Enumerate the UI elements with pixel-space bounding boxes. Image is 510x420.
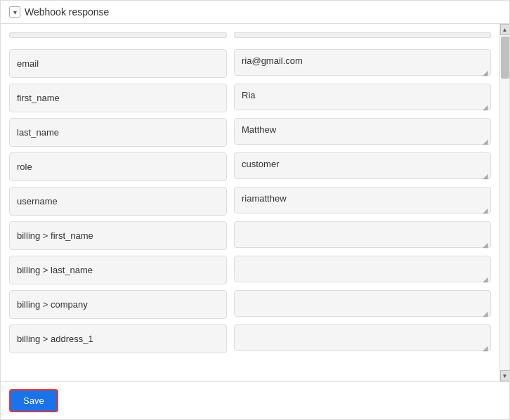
scrollbar-down-button[interactable]: ▼ xyxy=(500,370,510,381)
resize-handle-4[interactable]: ◢ xyxy=(483,207,490,214)
field-value-input-5[interactable] xyxy=(234,221,491,248)
field-key-last-name: last_name xyxy=(9,118,227,147)
field-value-input-7[interactable] xyxy=(234,290,491,317)
field-key-billing---first-name: billing > first_name xyxy=(9,221,227,250)
resize-handle-3[interactable]: ◢ xyxy=(483,173,490,180)
field-value-input-2[interactable] xyxy=(234,118,491,145)
field-value-wrapper-0: ◢ xyxy=(234,49,491,78)
scrollbar: ▲ ▼ xyxy=(499,24,509,381)
scrollbar-up-button[interactable]: ▲ xyxy=(500,24,510,35)
resize-handle-5[interactable]: ◢ xyxy=(483,242,490,249)
field-key-email: email xyxy=(9,49,227,78)
field-value-wrapper-6: ◢ xyxy=(234,256,491,284)
fields-list: email◢first_name◢last_name◢role◢username… xyxy=(1,24,499,381)
table-row: email◢ xyxy=(1,46,499,81)
field-value-input-4[interactable] xyxy=(234,187,491,214)
field-key-role: role xyxy=(9,152,227,181)
table-row: billing > last_name◢ xyxy=(1,253,499,287)
field-value-input-8[interactable] xyxy=(234,324,491,351)
resize-handle-7[interactable]: ◢ xyxy=(483,310,490,317)
field-value-input-0[interactable] xyxy=(234,49,491,76)
field-key-username: username xyxy=(9,187,227,216)
field-key-billing---last-name: billing > last_name xyxy=(9,256,227,284)
resize-handle-6[interactable]: ◢ xyxy=(483,276,490,283)
field-value-wrapper-8: ◢ xyxy=(234,324,491,353)
webhook-response-panel: ▾ Webhook response email◢first_name◢last… xyxy=(0,0,510,420)
field-key-first-name: first_name xyxy=(9,84,227,112)
table-row: last_name◢ xyxy=(1,115,499,150)
field-value-wrapper-1: ◢ xyxy=(234,84,491,112)
field-value-wrapper-2: ◢ xyxy=(234,118,491,147)
panel-header: ▾ Webhook response xyxy=(1,1,509,24)
field-value-input-6[interactable] xyxy=(234,256,491,282)
resize-handle-0[interactable]: ◢ xyxy=(483,70,490,77)
field-value-input-3[interactable] xyxy=(234,152,491,179)
table-row: billing > first_name◢ xyxy=(1,218,499,253)
resize-handle-1[interactable]: ◢ xyxy=(483,104,490,111)
resize-handle-8[interactable]: ◢ xyxy=(483,345,490,352)
field-key-billing---company: billing > company xyxy=(9,290,227,319)
table-row: billing > company◢ xyxy=(1,287,499,322)
panel-footer: Save xyxy=(1,381,509,419)
right-scroll-indicator xyxy=(234,32,491,38)
top-indicator-row xyxy=(1,29,499,44)
field-value-wrapper-3: ◢ xyxy=(234,152,491,181)
table-row: first_name◢ xyxy=(1,81,499,115)
scrollbar-thumb[interactable] xyxy=(501,37,509,79)
field-key-billing---address-1: billing > address_1 xyxy=(9,324,227,353)
table-row: username◢ xyxy=(1,184,499,218)
panel-title: Webhook response xyxy=(25,6,109,18)
field-value-input-1[interactable] xyxy=(234,84,491,110)
field-value-wrapper-5: ◢ xyxy=(234,221,491,250)
resize-handle-2[interactable]: ◢ xyxy=(483,138,490,145)
table-row: role◢ xyxy=(1,150,499,184)
save-button[interactable]: Save xyxy=(9,389,58,412)
field-value-wrapper-4: ◢ xyxy=(234,187,491,216)
collapse-icon[interactable]: ▾ xyxy=(9,6,20,18)
table-row: billing > address_1◢ xyxy=(1,322,499,356)
field-value-wrapper-7: ◢ xyxy=(234,290,491,319)
fields-container: email◢first_name◢last_name◢role◢username… xyxy=(1,46,499,356)
content-area: email◢first_name◢last_name◢role◢username… xyxy=(1,24,509,381)
left-scroll-indicator xyxy=(9,32,227,38)
